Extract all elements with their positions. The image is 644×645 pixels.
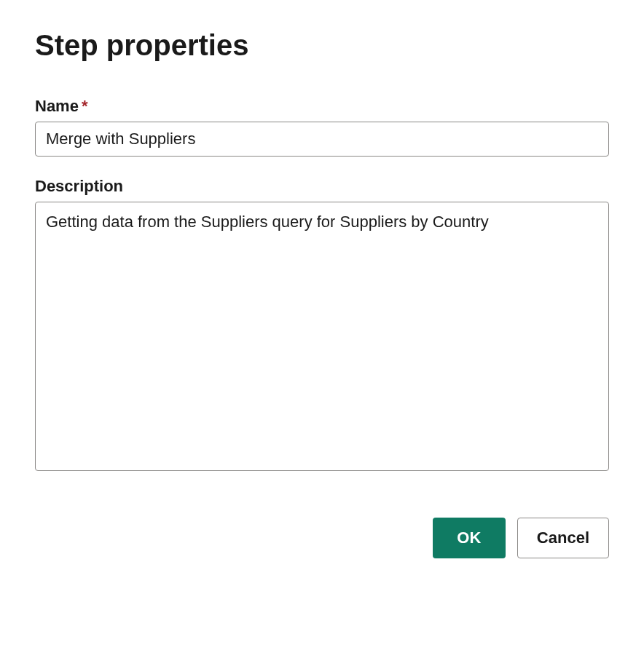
description-field-group: Description Getting data from the Suppli… [35, 177, 609, 474]
ok-button[interactable]: OK [433, 518, 506, 558]
name-field-group: Name* [35, 97, 609, 157]
required-asterisk: * [82, 97, 88, 115]
dialog-title: Step properties [35, 29, 609, 62]
name-label-text: Name [35, 97, 79, 115]
cancel-button[interactable]: Cancel [517, 518, 609, 558]
button-row: OK Cancel [35, 518, 609, 558]
name-input[interactable] [35, 122, 609, 157]
description-input[interactable]: Getting data from the Suppliers query fo… [35, 202, 609, 471]
name-label: Name* [35, 97, 609, 116]
description-label: Description [35, 177, 609, 196]
